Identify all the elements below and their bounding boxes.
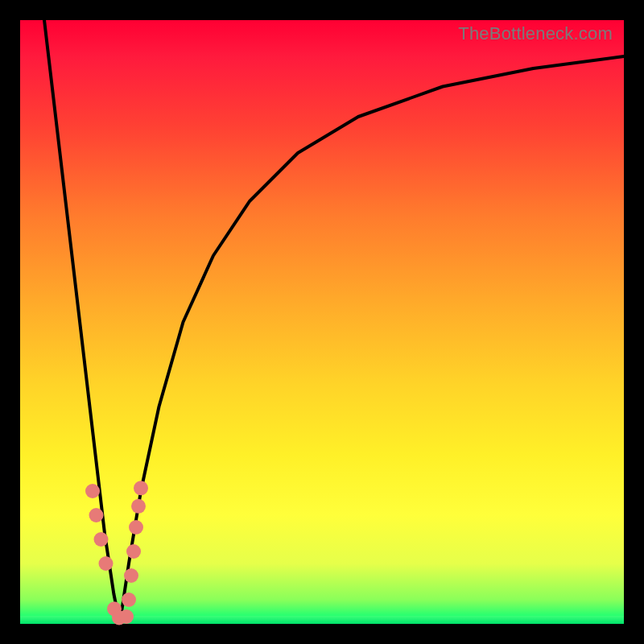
data-marker xyxy=(129,520,143,535)
chart-svg xyxy=(20,20,624,624)
data-marker xyxy=(131,499,146,514)
chart-plot-area: TheBottleneck.com xyxy=(20,20,624,624)
watermark-text: TheBottleneck.com xyxy=(458,23,613,44)
data-marker xyxy=(134,481,148,495)
data-marker xyxy=(119,609,134,624)
data-marker xyxy=(99,556,114,571)
curve-left-descent xyxy=(44,20,120,624)
data-marker xyxy=(89,508,104,522)
chart-frame: TheBottleneck.com xyxy=(0,0,644,644)
data-marker xyxy=(124,568,138,583)
curve-right-ascent xyxy=(120,56,624,624)
data-marker xyxy=(126,544,141,559)
data-marker xyxy=(122,592,136,607)
data-marker xyxy=(94,532,109,547)
data-markers xyxy=(85,481,148,625)
data-marker xyxy=(85,484,100,498)
